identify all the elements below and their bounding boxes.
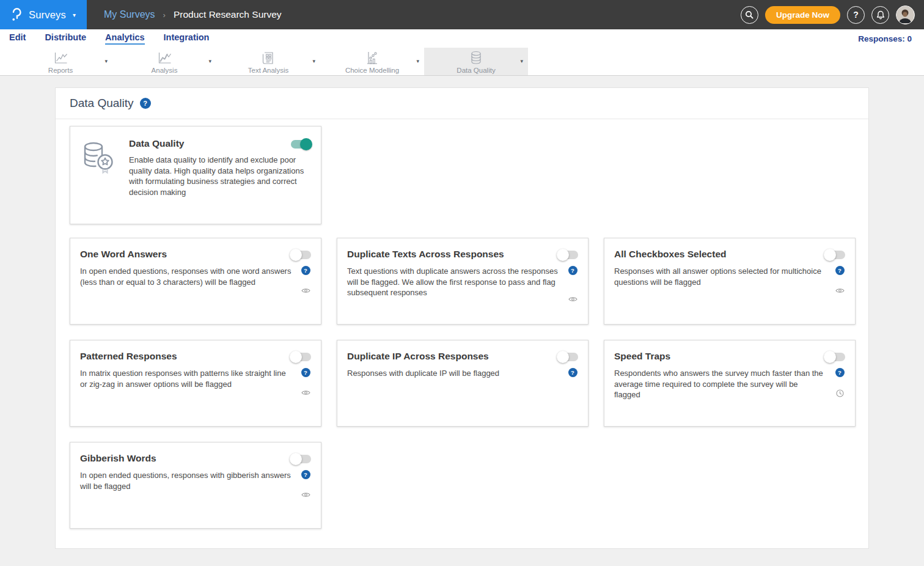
- eye-icon[interactable]: [568, 296, 578, 303]
- question-mark-glyph: ?: [143, 100, 147, 107]
- questionpro-logo-icon: [10, 7, 23, 23]
- tab-edit[interactable]: Edit: [9, 32, 26, 45]
- card-description: Responses with all answer options select…: [614, 266, 834, 294]
- card-description: In matrix question responses with patter…: [80, 368, 300, 396]
- product-switcher[interactable]: Surveys ▾: [0, 0, 87, 29]
- upgrade-now-button[interactable]: Upgrade Now: [765, 6, 840, 24]
- card-patterned-responses: Patterned Responses In matrix question r…: [70, 340, 321, 427]
- card-one-word-answers: One Word Answers In open ended questions…: [70, 238, 321, 325]
- search-icon: [745, 10, 754, 19]
- card-title: Duplicate IP Across Responses: [347, 351, 489, 362]
- card-title: All Checkboxes Selected: [614, 249, 727, 260]
- toggle-knob: [824, 249, 836, 261]
- panel-body: Data Quality Enable data quality to iden…: [56, 119, 868, 529]
- question-mark-glyph: ?: [571, 267, 574, 274]
- eye-icon[interactable]: [301, 491, 310, 498]
- card-title: Gibberish Words: [80, 453, 156, 464]
- tab-text-analysis[interactable]: Text Analysis ▾: [216, 48, 320, 75]
- help-icon[interactable]: ?: [568, 266, 578, 275]
- card-title: One Word Answers: [80, 249, 167, 260]
- product-name: Surveys: [29, 9, 66, 21]
- help-icon[interactable]: ?: [835, 266, 845, 275]
- database-badge-icon: [80, 138, 116, 212]
- question-mark-glyph: ?: [304, 267, 307, 274]
- card-description: In open ended questions, responses with …: [80, 470, 300, 498]
- topbar-actions: Upgrade Now ?: [741, 0, 924, 29]
- eye-icon[interactable]: [301, 287, 310, 294]
- chevron-down-icon: ▾: [73, 12, 76, 18]
- help-button[interactable]: ?: [847, 6, 865, 24]
- top-bar: Surveys ▾ My Surveys › Product Research …: [0, 0, 924, 29]
- search-button[interactable]: [741, 6, 758, 24]
- dot-line-chart-icon: [365, 51, 380, 65]
- data-quality-toggle[interactable]: [291, 140, 311, 149]
- toggle-knob: [300, 138, 312, 150]
- data-quality-feature-card: Data Quality Enable data quality to iden…: [70, 126, 321, 224]
- tab-integration[interactable]: Integration: [164, 32, 210, 45]
- chevron-down-icon[interactable]: ▾: [105, 58, 108, 64]
- card-duplicate-texts: Duplicate Texts Across Responses Text qu…: [337, 238, 588, 325]
- chevron-down-icon[interactable]: ▾: [520, 58, 523, 64]
- toggle-knob: [557, 249, 569, 261]
- database-icon: [469, 51, 483, 65]
- chevron-down-icon[interactable]: ▾: [208, 58, 211, 64]
- help-icon[interactable]: ?: [835, 368, 845, 377]
- card-gibberish-words: Gibberish Words In open ended questions,…: [70, 442, 321, 529]
- help-icon[interactable]: ?: [301, 266, 310, 275]
- user-avatar[interactable]: [896, 6, 915, 24]
- tab-label: Text Analysis: [248, 67, 288, 74]
- duplicate-ip-toggle[interactable]: [558, 353, 578, 361]
- help-icon[interactable]: ?: [301, 470, 310, 479]
- tab-reports[interactable]: Reports ▾: [9, 48, 112, 75]
- card-speed-traps: Speed Traps Respondents who answers the …: [604, 340, 856, 427]
- toggle-knob: [290, 453, 302, 465]
- help-icon[interactable]: ?: [301, 368, 310, 377]
- question-mark-glyph: ?: [838, 369, 842, 376]
- tab-analysis[interactable]: Analysis ▾: [112, 48, 216, 75]
- card-title: Speed Traps: [614, 351, 670, 362]
- toggle-knob: [290, 249, 302, 261]
- survey-nav: Edit Distribute Analytics Integration Re…: [0, 29, 924, 48]
- question-mark-glyph: ?: [571, 369, 574, 376]
- card-description: Responses with duplicate IP will be flag…: [347, 368, 567, 379]
- chevron-down-icon[interactable]: ▾: [416, 58, 419, 64]
- speed-traps-toggle[interactable]: [825, 353, 845, 361]
- card-all-checkboxes-selected: All Checkboxes Selected Responses with a…: [604, 238, 856, 325]
- tab-label: Analysis: [152, 67, 178, 74]
- analytics-toolbar: Reports ▾ Analysis ▾ Text Analysis ▾ Cho…: [0, 48, 924, 76]
- eye-icon[interactable]: [301, 389, 310, 396]
- tab-label: Reports: [48, 67, 73, 74]
- tab-data-quality[interactable]: Data Quality ▾: [424, 48, 528, 75]
- card-description: In open ended questions, responses with …: [80, 266, 300, 294]
- multi-line-chart-icon: [157, 51, 172, 65]
- tab-label: Choice Modelling: [345, 67, 399, 74]
- responses-count: Responses: 0: [858, 34, 912, 43]
- panel-header: Data Quality ?: [56, 88, 868, 119]
- breadcrumb-my-surveys[interactable]: My Surveys: [104, 9, 155, 20]
- patterned-responses-toggle[interactable]: [291, 353, 311, 361]
- toggle-knob: [557, 351, 569, 363]
- document-grid-icon: [262, 51, 275, 65]
- gibberish-words-toggle[interactable]: [291, 455, 311, 463]
- toggle-knob: [290, 351, 302, 363]
- help-icon[interactable]: ?: [568, 368, 578, 377]
- notifications-button[interactable]: [871, 6, 889, 24]
- tab-analytics[interactable]: Analytics: [105, 32, 144, 45]
- eye-icon[interactable]: [835, 287, 845, 294]
- clock-icon[interactable]: [836, 389, 844, 397]
- help-icon[interactable]: ?: [140, 98, 151, 109]
- all-checkboxes-toggle[interactable]: [825, 251, 845, 259]
- card-description: Text questions with duplicate answers ac…: [347, 266, 567, 303]
- one-word-answers-toggle[interactable]: [291, 251, 311, 259]
- tab-choice-modelling[interactable]: Choice Modelling ▾: [320, 48, 424, 75]
- chevron-down-icon[interactable]: ▾: [312, 58, 315, 64]
- question-mark-glyph: ?: [304, 471, 307, 478]
- tab-label: Data Quality: [457, 67, 495, 74]
- duplicate-texts-toggle[interactable]: [558, 251, 578, 259]
- question-mark-icon: ?: [853, 10, 859, 20]
- breadcrumb-separator-icon: ›: [163, 10, 166, 20]
- feature-card-description: Enable data quality to identify and excl…: [129, 155, 311, 197]
- tab-distribute[interactable]: Distribute: [45, 32, 86, 45]
- data-quality-panel: Data Quality ? Data Quality: [55, 87, 869, 549]
- card-title: Patterned Responses: [80, 351, 177, 362]
